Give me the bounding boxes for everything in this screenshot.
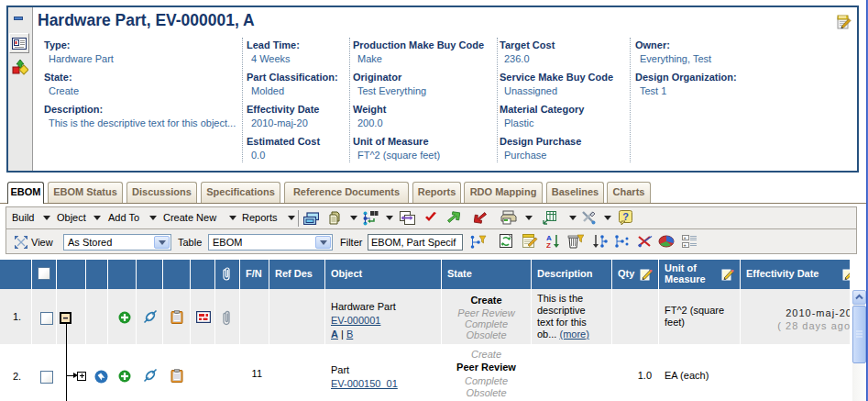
svg-text:+: + [684,242,687,248]
svg-text:+: + [684,235,687,240]
svg-text:Z: Z [546,241,551,249]
svg-text:?: ? [622,211,629,222]
